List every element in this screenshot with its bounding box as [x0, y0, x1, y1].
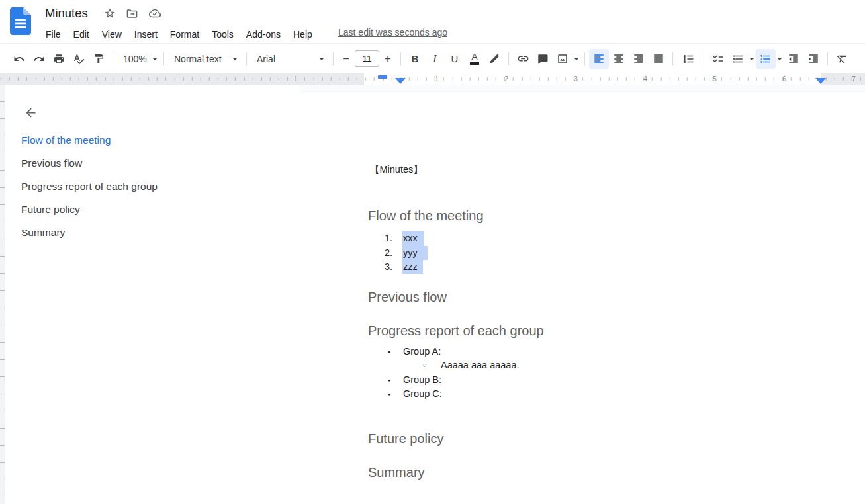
spell-check-button[interactable]	[69, 49, 89, 69]
increase-indent-button[interactable]	[803, 49, 823, 69]
bullet-list-item[interactable]: ○ Aaaaa aaa aaaaa.	[368, 358, 865, 372]
font-size-input[interactable]: 11	[355, 50, 379, 67]
numbered-list-menu-arrow[interactable]	[776, 49, 784, 69]
align-center-icon	[613, 53, 625, 65]
right-indent-marker[interactable]	[815, 78, 826, 84]
line-spacing-button[interactable]	[677, 49, 700, 69]
bullet-list-item[interactable]: ● Group C:	[368, 387, 865, 401]
paint-format-icon	[93, 53, 105, 64]
align-center-button[interactable]	[609, 49, 629, 69]
menu-item[interactable]: Tools	[211, 29, 234, 40]
doc-heading-previous[interactable]: Previous flow	[368, 289, 865, 305]
decrease-indent-button[interactable]	[784, 49, 803, 69]
doc-heading-future[interactable]: Future policy	[368, 431, 865, 446]
docs-logo-icon[interactable]	[10, 7, 31, 35]
numbered-list-item[interactable]: 3. zzz	[368, 260, 865, 274]
bullet-text[interactable]: Aaaaa aaa aaaaa.	[441, 358, 520, 372]
undo-icon	[13, 53, 25, 65]
outline-item[interactable]: Future policy	[5, 198, 298, 221]
italic-button[interactable]: I	[425, 49, 445, 69]
redo-button[interactable]	[29, 49, 49, 69]
comment-icon	[537, 53, 549, 65]
outline-item[interactable]: Previous flow	[5, 151, 298, 175]
outline-panel: Flow of the meeting Previous flow Progre…	[5, 85, 298, 504]
doc-heading-summary[interactable]: Summary	[368, 464, 865, 480]
toolbar-divider	[400, 52, 401, 65]
line-spacing-icon	[682, 53, 694, 65]
highlight-color-button[interactable]	[484, 49, 504, 69]
move-to-folder-icon[interactable]	[126, 7, 138, 20]
toolbar-divider	[508, 52, 509, 65]
insert-image-button[interactable]	[553, 49, 572, 69]
bullet-list-item[interactable]: ● Group A:	[368, 345, 865, 358]
justify-button[interactable]	[649, 49, 668, 69]
outline-item[interactable]: Summary	[5, 221, 298, 244]
doc-heading-progress[interactable]: Progress report of each group	[368, 323, 865, 339]
close-outline-button[interactable]	[23, 105, 38, 120]
left-indent-marker[interactable]	[395, 78, 406, 84]
add-comment-button[interactable]	[533, 49, 553, 69]
clear-formatting-button[interactable]	[832, 49, 852, 69]
list-number: 2.	[385, 246, 402, 260]
bullet-text[interactable]: Group C:	[403, 387, 442, 401]
star-icon[interactable]	[104, 7, 116, 19]
insert-image-menu-arrow[interactable]	[572, 49, 580, 69]
align-right-button[interactable]	[629, 49, 649, 69]
menu-item[interactable]: File	[45, 29, 62, 40]
doc-heading-flow[interactable]: Flow of the meeting	[368, 208, 865, 224]
print-button[interactable]	[49, 49, 69, 69]
text-color-swatch	[470, 62, 479, 65]
numbered-list-item[interactable]: 1. xxx	[368, 231, 865, 245]
selected-text[interactable]: yyy	[402, 246, 428, 260]
paint-format-button[interactable]	[89, 49, 109, 69]
align-left-icon	[593, 53, 605, 65]
menu-item[interactable]: Edit	[73, 29, 90, 40]
menu-item[interactable]: Format	[169, 29, 200, 40]
checklist-button[interactable]	[708, 49, 728, 69]
paragraph-style-select[interactable]: Normal text	[168, 49, 242, 69]
increase-font-size-button[interactable]: +	[379, 49, 396, 69]
insert-link-button[interactable]	[513, 49, 533, 69]
align-left-button[interactable]	[589, 49, 609, 69]
menu-item[interactable]: Add-ons	[246, 29, 281, 40]
numbered-list-button[interactable]	[756, 49, 776, 69]
justify-icon	[653, 53, 664, 65]
font-family-value: Arial	[257, 54, 275, 64]
bulleted-list-button[interactable]	[728, 49, 748, 69]
bullet-text[interactable]: Group B:	[403, 373, 441, 387]
text-color-button[interactable]: A	[465, 49, 484, 69]
last-edit-link[interactable]: Last edit was seconds ago	[338, 27, 447, 38]
menu-item[interactable]: View	[101, 29, 122, 40]
toolbar: 100% Normal text Arial − 11 + B I U A	[0, 44, 865, 73]
cloud-saved-icon[interactable]	[148, 7, 161, 20]
selected-text[interactable]: zzz	[402, 260, 423, 274]
selected-text[interactable]: xxx	[402, 231, 424, 245]
ruler-number: 3	[572, 74, 580, 84]
underline-button[interactable]: U	[445, 49, 465, 69]
first-line-indent-marker[interactable]	[378, 75, 387, 79]
document-page[interactable]: 【Minutes】 Flow of the meeting 1. xxx 2. …	[299, 93, 865, 504]
ruler-number: 5	[711, 74, 719, 84]
undo-button[interactable]	[9, 49, 29, 69]
print-icon	[53, 53, 65, 65]
outline-item[interactable]: Flow of the meeting	[5, 128, 298, 151]
document-title[interactable]: Minutes	[45, 6, 88, 21]
bold-button[interactable]: B	[405, 49, 425, 69]
numbered-list-item[interactable]: 2. yyy	[368, 246, 865, 260]
list-number: 3.	[385, 260, 402, 274]
chevron-down-icon	[152, 58, 158, 60]
bullet-list-item[interactable]: ● Group B:	[368, 373, 865, 387]
outline-item[interactable]: Progress report of each group	[5, 175, 298, 198]
doc-bullet-list: ● Group A: ○ Aaaaa aaa aaaaa. ● Group B:	[368, 345, 865, 401]
menu-item[interactable]: Insert	[134, 29, 158, 40]
ruler-number: 1	[433, 74, 441, 84]
bulleted-list-menu-arrow[interactable]	[748, 49, 756, 69]
menu-item[interactable]: Help	[293, 29, 313, 40]
toolbar-divider	[584, 52, 585, 65]
font-family-select[interactable]: Arial	[251, 49, 329, 69]
decrease-font-size-button[interactable]: −	[338, 49, 355, 69]
zoom-select[interactable]: 100%	[117, 49, 159, 69]
doc-paragraph-intro[interactable]: 【Minutes】	[370, 163, 865, 177]
toolbar-divider	[113, 52, 113, 65]
bullet-text[interactable]: Group A:	[403, 345, 441, 358]
